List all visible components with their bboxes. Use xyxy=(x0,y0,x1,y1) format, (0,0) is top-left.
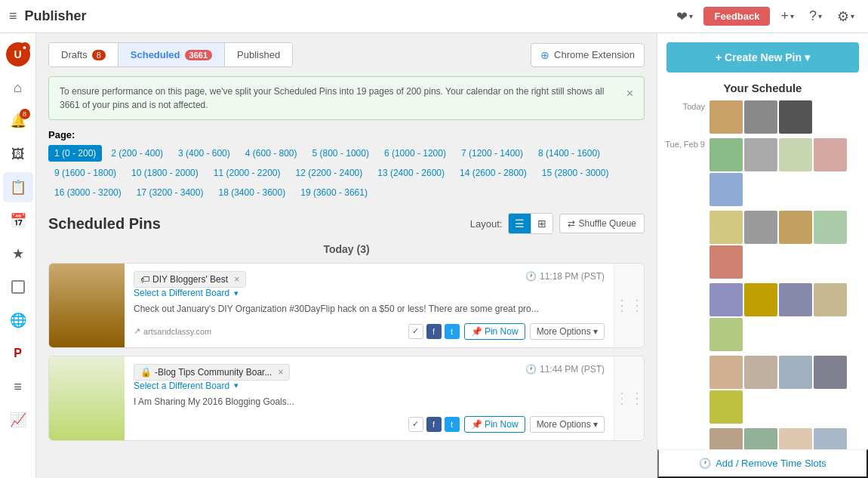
sched-thumb[interactable] xyxy=(744,356,777,389)
sched-thumb[interactable] xyxy=(709,283,743,316)
page-button[interactable]: 5 (800 - 1000) xyxy=(306,145,375,162)
sidebar-item-global[interactable]: 🌐 xyxy=(3,305,33,335)
sched-thumb[interactable] xyxy=(744,283,777,316)
page-button[interactable]: 7 (1200 - 1400) xyxy=(455,145,529,162)
page-button[interactable]: 14 (2600 - 2800) xyxy=(454,165,533,181)
sidebar-item-favorites[interactable]: ★ xyxy=(3,239,33,269)
pin-card: 🔒 -Blog Tips Community Boar... × Select … xyxy=(48,356,645,441)
settings-button[interactable]: ⚙ ▾ xyxy=(833,5,859,28)
check-icon[interactable]: ✓ xyxy=(408,417,423,432)
create-new-pin-button[interactable]: + Create New Pin ▾ xyxy=(666,42,859,72)
pin-drag-handle[interactable]: ⋮⋮ xyxy=(614,356,644,440)
sched-thumb[interactable] xyxy=(779,356,812,389)
twitter-icon[interactable]: t xyxy=(445,324,460,339)
help-button[interactable]: ? ▾ xyxy=(805,5,826,27)
tab-scheduled[interactable]: Scheduled 3661 xyxy=(119,43,225,66)
sched-thumb[interactable] xyxy=(779,100,812,134)
sched-thumb[interactable] xyxy=(709,318,743,351)
more-options-button[interactable]: More Options ▾ xyxy=(530,416,605,433)
page-button[interactable]: 18 (3400 - 3600) xyxy=(212,184,291,201)
pin-now-button[interactable]: 📌 Pin Now xyxy=(464,323,525,340)
more-options-button[interactable]: More Options ▾ xyxy=(530,323,605,340)
sched-thumb[interactable] xyxy=(814,356,847,389)
page-button[interactable]: 15 (2800 - 3000) xyxy=(536,165,615,181)
page-button[interactable]: 1 (0 - 200) xyxy=(48,145,102,162)
list-layout-button[interactable]: ☰ xyxy=(509,214,531,233)
sidebar-item-analytics[interactable]: 📈 xyxy=(3,405,33,435)
sidebar-item-avatar[interactable]: U● xyxy=(3,39,33,69)
check-icon[interactable]: ✓ xyxy=(408,324,423,339)
page-button[interactable]: 16 (3000 - 3200) xyxy=(48,184,128,201)
menu-icon[interactable]: ≡ xyxy=(9,8,17,24)
tab-published[interactable]: Published xyxy=(225,43,292,66)
sched-thumb[interactable] xyxy=(814,211,847,244)
sched-thumb[interactable] xyxy=(744,138,777,171)
pin-now-button[interactable]: 📌 Pin Now xyxy=(464,416,525,433)
sidebar-item-instagram[interactable] xyxy=(3,272,33,302)
pin-drag-handle[interactable]: ⋮⋮ xyxy=(614,264,644,347)
sched-thumb[interactable] xyxy=(709,390,743,424)
pin-body: 🔒 -Blog Tips Community Boar... × Select … xyxy=(125,356,614,440)
board-name: DIY Bloggers' Best xyxy=(152,274,228,285)
page-button[interactable]: 17 (3200 - 3400) xyxy=(131,184,210,201)
your-schedule-title: Your Schedule xyxy=(657,82,868,94)
clock-icon: 🕐 xyxy=(525,364,537,375)
tab-drafts[interactable]: Drafts 8 xyxy=(49,43,119,66)
feedback-button[interactable]: Feedback xyxy=(703,7,770,26)
sched-thumb[interactable] xyxy=(709,245,743,279)
tue-label: Tue, Feb 9 xyxy=(663,138,705,149)
sidebar-item-images[interactable]: 🖼 xyxy=(3,139,33,169)
page-button[interactable]: 4 (600 - 800) xyxy=(239,145,303,162)
published-label: Published xyxy=(237,49,280,60)
select-different-board-button[interactable]: Select a Different Board xyxy=(134,288,229,298)
pin-body: 🏷 DIY Bloggers' Best × Select a Differen… xyxy=(125,264,614,347)
add-remove-time-slots-button[interactable]: 🕐 Add / Remove Time Slots xyxy=(657,449,868,478)
sidebar-item-filter[interactable]: ≡ xyxy=(3,372,33,402)
page-button[interactable]: 2 (200 - 400) xyxy=(105,145,169,162)
sched-thumb[interactable] xyxy=(744,211,777,244)
page-button[interactable]: 11 (2000 - 2200) xyxy=(208,165,287,181)
plus-button[interactable]: + ▾ xyxy=(776,5,799,27)
sched-thumb[interactable] xyxy=(814,138,847,171)
sched-thumb[interactable] xyxy=(709,138,743,171)
sidebar-item-pinterest[interactable]: P xyxy=(3,338,33,369)
facebook-icon[interactable]: f xyxy=(426,324,442,339)
sidebar-item-calendar[interactable]: 📅 xyxy=(3,205,33,236)
page-button[interactable]: 19 (3600 - 3661) xyxy=(294,184,374,201)
layout-label: Layout: xyxy=(470,218,503,230)
sidebar-item-notifications[interactable]: 🔔 8 xyxy=(3,106,33,136)
page-button[interactable]: 10 (1800 - 2000) xyxy=(125,165,205,181)
sched-thumb[interactable] xyxy=(709,100,743,134)
sched-thumb[interactable] xyxy=(814,283,847,316)
page-button[interactable]: 8 (1400 - 1600) xyxy=(532,145,606,162)
board-remove-button[interactable]: × xyxy=(278,367,283,378)
sidebar-item-home[interactable]: ⌂ xyxy=(3,72,33,103)
sched-thumb[interactable] xyxy=(779,428,812,449)
sched-thumb[interactable] xyxy=(709,356,743,389)
facebook-icon[interactable]: f xyxy=(426,417,442,432)
page-button[interactable]: 6 (1000 - 1200) xyxy=(378,145,452,162)
board-remove-button[interactable]: × xyxy=(234,274,239,285)
sched-thumb[interactable] xyxy=(744,100,777,134)
page-button[interactable]: 3 (400 - 600) xyxy=(172,145,236,162)
shuffle-queue-button[interactable]: ⇄ Shuffle Queue xyxy=(559,214,645,233)
select-different-board-button[interactable]: Select a Different Board xyxy=(134,381,229,391)
heart-button[interactable]: ❤ ▾ xyxy=(672,5,697,28)
pin-description: I Am Sharing My 2016 Blogging Goals... xyxy=(134,396,605,409)
sched-thumb[interactable] xyxy=(709,173,743,206)
page-button[interactable]: 12 (2200 - 2400) xyxy=(290,165,369,181)
sidebar-item-publisher[interactable]: 📋 xyxy=(3,172,33,202)
twitter-icon[interactable]: t xyxy=(445,417,460,432)
sched-thumb[interactable] xyxy=(814,428,847,449)
sched-thumb[interactable] xyxy=(779,211,812,244)
sched-thumb[interactable] xyxy=(744,428,777,449)
sched-thumb[interactable] xyxy=(709,428,743,449)
sched-thumb[interactable] xyxy=(779,138,812,171)
page-button[interactable]: 9 (1600 - 1800) xyxy=(48,165,122,181)
sched-thumb[interactable] xyxy=(779,283,812,316)
chrome-extension-button[interactable]: ⊕ Chrome Extension xyxy=(531,43,645,67)
page-button[interactable]: 13 (2400 - 2600) xyxy=(371,165,451,181)
grid-layout-button[interactable]: ⊞ xyxy=(531,214,553,233)
sched-thumb[interactable] xyxy=(709,211,743,244)
banner-close-button[interactable]: × xyxy=(626,85,633,103)
